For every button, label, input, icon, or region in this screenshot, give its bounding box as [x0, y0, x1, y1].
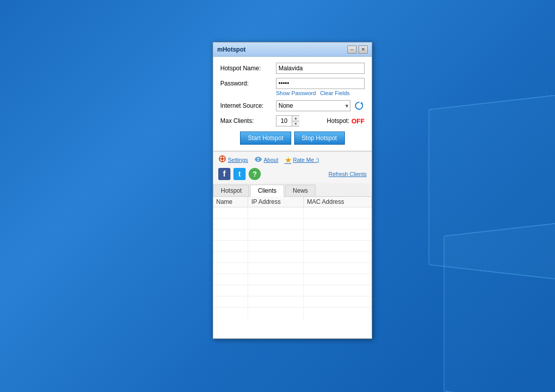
tab-hotspot[interactable]: Hotspot [213, 185, 249, 196]
refresh-icon [354, 101, 364, 110]
internet-source-wrapper: None ▼ [276, 100, 350, 111]
spinner-up-button[interactable]: ▲ [292, 116, 299, 121]
tab-news[interactable]: News [285, 185, 315, 196]
stop-hotspot-button[interactable]: Stop Hotspot [294, 132, 345, 145]
table-header: Name IP Address MAC Address [213, 197, 372, 207]
clear-fields-button[interactable]: Clear Fields [320, 90, 350, 96]
col-ip: IP Address [248, 197, 304, 207]
hotspot-name-row: Hotspot Name: [220, 63, 365, 74]
clients-table: Name IP Address MAC Address [213, 197, 372, 319]
tab-clients[interactable]: Clients [250, 185, 284, 197]
mhotspot-window: mHotspot – ✕ Hotspot Name: Password: Sho… [213, 42, 372, 339]
toolbar-row1: Settings About ★ Rate Me :) [218, 155, 367, 165]
internet-source-select[interactable]: None [276, 100, 350, 111]
facebook-button[interactable]: f [218, 168, 230, 180]
hotspot-name-label: Hotspot Name: [220, 65, 276, 72]
table-row [213, 263, 372, 274]
rate-icon: ★ [285, 155, 292, 165]
table-body [213, 207, 372, 319]
rate-item[interactable]: ★ Rate Me :) [285, 155, 319, 165]
action-buttons: Start Hotspot Stop Hotspot [220, 132, 365, 145]
show-password-button[interactable]: Show Password [276, 90, 316, 96]
svg-marker-0 [361, 102, 363, 104]
table-row [213, 207, 372, 219]
title-bar: mHotspot – ✕ [213, 42, 372, 57]
table-row [213, 230, 372, 241]
internet-source-row: Internet Source: None ▼ [220, 100, 365, 111]
hotspot-status-label: Hotspot: [327, 117, 349, 124]
refresh-clients-button[interactable]: Refresh Clients [329, 171, 367, 177]
minimize-button[interactable]: – [347, 46, 356, 54]
password-links: Show Password Clear Fields [276, 90, 365, 96]
twitter-button[interactable]: t [233, 168, 246, 180]
toolbar-section: Settings About ★ Rate Me :) [213, 151, 372, 183]
window-controls: – ✕ [347, 46, 368, 54]
hotspot-status-value: OFF [351, 117, 365, 125]
rate-label: Rate Me :) [293, 157, 319, 163]
about-item[interactable]: About [254, 155, 279, 164]
table-container: Name IP Address MAC Address [213, 197, 372, 338]
help-button[interactable]: ? [249, 168, 261, 180]
start-hotspot-button[interactable]: Start Hotspot [240, 132, 291, 145]
window-title: mHotspot [217, 46, 246, 53]
close-button[interactable]: ✕ [359, 46, 368, 54]
header-row: Name IP Address MAC Address [213, 197, 372, 207]
hotspot-name-input[interactable] [276, 63, 365, 74]
table-row [213, 252, 372, 263]
main-form: Hotspot Name: Password: Show Password Cl… [213, 57, 372, 151]
refresh-internet-button[interactable] [353, 100, 365, 111]
svg-point-4 [221, 158, 223, 160]
table-row [213, 241, 372, 252]
password-label: Password: [220, 80, 276, 87]
max-clients-input[interactable] [276, 116, 292, 126]
table-row [213, 219, 372, 230]
tab-bar: Hotspot Clients News [213, 183, 372, 197]
settings-icon [218, 155, 226, 165]
internet-source-label: Internet Source: [220, 102, 276, 109]
password-row: Password: [220, 78, 365, 89]
table-row [213, 296, 372, 308]
col-name: Name [213, 197, 248, 207]
settings-item[interactable]: Settings [218, 155, 248, 165]
social-icons: f t ? [218, 168, 261, 180]
max-clients-row: Max Clients: ▲ ▼ Hotspot: OFF [220, 115, 365, 126]
settings-label: Settings [228, 157, 248, 163]
spinner-buttons: ▲ ▼ [292, 116, 299, 126]
about-label: About [264, 157, 279, 163]
toolbar-row2: f t ? Refresh Clients [218, 168, 367, 180]
table-row [213, 308, 372, 319]
tabs-section: Hotspot Clients News Name IP Address MAC… [213, 183, 372, 338]
spinner-down-button[interactable]: ▼ [292, 121, 299, 126]
password-input[interactable] [276, 78, 365, 89]
max-clients-spinner: ▲ ▼ [276, 115, 299, 126]
table-row [213, 285, 372, 296]
table-row [213, 274, 372, 285]
hotspot-status: Hotspot: OFF [327, 117, 365, 125]
col-mac: MAC Address [304, 197, 372, 207]
max-clients-label: Max Clients: [220, 117, 276, 124]
about-icon [254, 155, 262, 164]
